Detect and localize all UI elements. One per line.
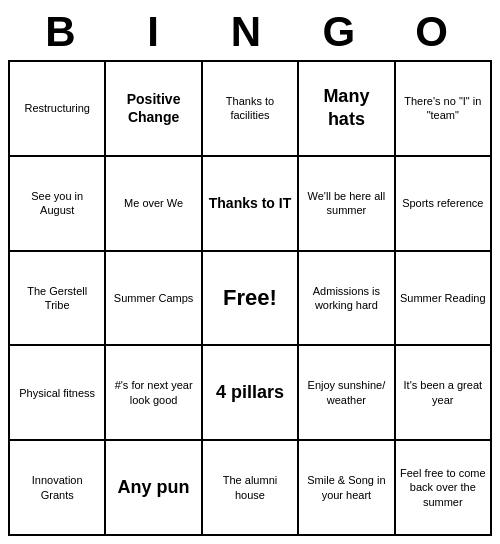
bingo-cell: #'s for next year look good: [106, 346, 202, 441]
bingo-cell: The Gerstell Tribe: [10, 252, 106, 347]
bingo-cell: Smile & Song in your heart: [299, 441, 395, 536]
bingo-cell: Free!: [203, 252, 299, 347]
bingo-cell: See you in August: [10, 157, 106, 252]
title-n: N: [204, 8, 297, 56]
bingo-cell: Sports reference: [396, 157, 492, 252]
bingo-cell: Thanks to IT: [203, 157, 299, 252]
title-g: G: [296, 8, 389, 56]
bingo-cell: Admissions is working hard: [299, 252, 395, 347]
bingo-cell: Many hats: [299, 62, 395, 157]
bingo-cell: Any pun: [106, 441, 202, 536]
bingo-cell: We'll be here all summer: [299, 157, 395, 252]
title-o: O: [389, 8, 482, 56]
bingo-cell: Thanks to facilities: [203, 62, 299, 157]
title-b: B: [18, 8, 111, 56]
bingo-cell: Summer Camps: [106, 252, 202, 347]
bingo-cell: 4 pillars: [203, 346, 299, 441]
bingo-cell: Innovation Grants: [10, 441, 106, 536]
bingo-cell: It's been a great year: [396, 346, 492, 441]
bingo-cell: Summer Reading: [396, 252, 492, 347]
bingo-cell: Physical fitness: [10, 346, 106, 441]
bingo-cell: Positive Change: [106, 62, 202, 157]
bingo-grid: RestructuringPositive ChangeThanks to fa…: [8, 60, 492, 536]
bingo-cell: Restructuring: [10, 62, 106, 157]
bingo-cell: The alumni house: [203, 441, 299, 536]
bingo-cell: Feel free to come back over the summer: [396, 441, 492, 536]
bingo-cell: There's no "I" in "team": [396, 62, 492, 157]
bingo-title: B I N G O: [8, 8, 492, 56]
title-i: I: [111, 8, 204, 56]
bingo-cell: Me over We: [106, 157, 202, 252]
bingo-cell: Enjoy sunshine/ weather: [299, 346, 395, 441]
